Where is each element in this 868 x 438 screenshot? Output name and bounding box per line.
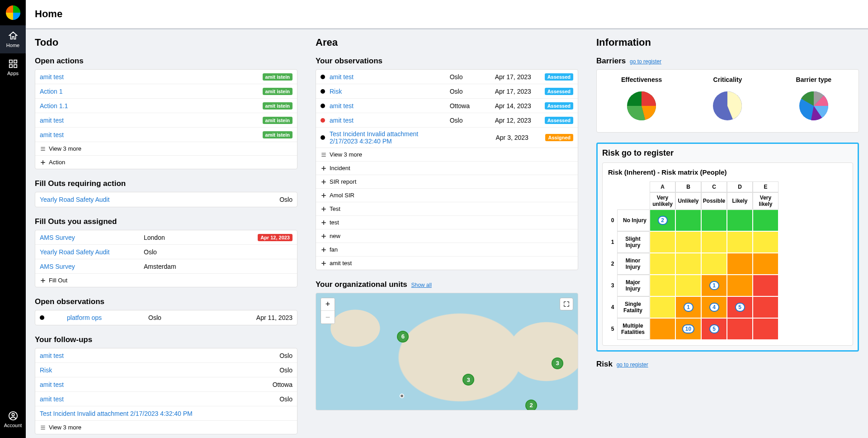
followup-link[interactable]: Risk [40,367,275,374]
matrix-cell[interactable] [727,231,753,253]
fullscreen-button[interactable] [560,298,573,310]
matrix-cell[interactable] [727,318,753,340]
matrix-cell[interactable] [675,253,701,275]
matrix-cell[interactable] [650,296,675,318]
followup-link[interactable]: amit test [40,381,268,388]
go-to-register-link[interactable]: go to register [617,362,648,368]
list-item[interactable]: Test Incident Invalid attachment 2/17/20… [35,406,297,421]
followup-link[interactable]: amit test [40,352,275,359]
zoom-in-button[interactable]: + [321,298,335,311]
add-item-button[interactable]: amit test [316,257,578,270]
matrix-cell[interactable] [753,318,778,340]
matrix-cell[interactable]: 2 [650,209,675,231]
go-to-register-link[interactable]: go to register [630,58,661,65]
matrix-cell[interactable]: 5 [727,296,753,318]
add-item-button[interactable]: test [316,216,578,229]
add-item-button[interactable]: Amol SIR [316,189,578,202]
view-more-button[interactable]: View 3 more [316,148,578,162]
matrix-cell[interactable] [727,253,753,275]
list-item[interactable]: platform opsOsloApr 11, 2023 [35,310,297,325]
matrix-cell[interactable] [650,275,675,296]
matrix-cell[interactable] [650,318,675,340]
add-action-button[interactable]: Action [35,156,297,169]
view-more-button[interactable]: View 3 more [35,421,297,434]
list-item[interactable]: Yearly Road Safety AuditOslo [35,245,297,259]
matrix-cell[interactable] [727,275,753,296]
matrix-cell[interactable] [701,253,727,275]
matrix-cell[interactable]: 1 [701,275,727,296]
fillout-link[interactable]: Yearly Road Safety Audit [40,196,275,203]
zoom-out-button[interactable]: − [321,311,335,324]
matrix-cell[interactable] [650,253,675,275]
list-item[interactable]: AMS SurveyLondonApr 12, 2023 [35,230,297,245]
risk-count-chip[interactable]: 4 [709,303,719,312]
fillout-link[interactable]: AMS Survey [40,234,139,241]
action-link[interactable]: amit test [40,73,258,81]
matrix-cell[interactable]: 10 [675,318,701,340]
add-fillout-button[interactable]: Fill Out [35,274,297,287]
action-link[interactable]: Action 1 [40,88,258,95]
matrix-cell[interactable]: 5 [701,318,727,340]
list-item[interactable]: Action 1.1amit istein [35,99,297,113]
list-item[interactable]: Action 1amit istein [35,84,297,99]
list-item[interactable]: AMS SurveyAmsterdam [35,259,297,274]
risk-count-chip[interactable]: 5 [735,303,745,312]
add-item-button[interactable]: SIR report [316,175,578,189]
matrix-cell[interactable] [753,231,778,253]
show-all-link[interactable]: Show all [411,282,431,288]
matrix-cell[interactable] [753,275,778,296]
fillout-link[interactable]: Yearly Road Safety Audit [40,248,139,256]
fillout-link[interactable]: AMS Survey [40,263,139,270]
list-item[interactable]: amit testOsloApr 17, 2023Assessed [316,70,578,84]
effectiveness-chart[interactable]: Effectiveness [603,76,680,126]
observation-link[interactable]: amit test [330,73,445,81]
list-item[interactable]: RiskOsloApr 17, 2023Assessed [316,84,578,99]
action-link[interactable]: Action 1.1 [40,102,258,110]
list-item[interactable]: Yearly Road Safety AuditOslo [35,192,297,207]
add-item-button[interactable]: fan [316,243,578,257]
risk-count-chip[interactable]: 5 [709,324,719,333]
matrix-cell[interactable] [650,231,675,253]
criticality-chart[interactable]: Criticality [689,76,766,126]
map-cluster-marker[interactable]: 6 [397,331,409,343]
matrix-cell[interactable] [753,209,778,231]
risk-count-chip[interactable]: 1 [709,281,719,290]
risk-count-chip[interactable]: 2 [658,216,668,225]
list-item[interactable]: RiskOslo [35,363,297,377]
risk-count-chip[interactable]: 1 [684,303,693,312]
risk-count-chip[interactable]: 10 [682,324,694,333]
followup-link[interactable]: amit test [40,395,275,403]
add-item-button[interactable]: Incident [316,162,578,175]
list-item[interactable]: Test Incident Invalid attachment 2/17/20… [316,128,578,148]
list-item[interactable]: amit testOsloApr 12, 2023Assessed [316,113,578,128]
list-item[interactable]: amit testOslo [35,348,297,363]
matrix-cell[interactable] [753,253,778,275]
org-units-map[interactable]: + − 6332 [316,293,578,410]
matrix-cell[interactable]: 4 [701,296,727,318]
action-link[interactable]: amit test [40,117,258,124]
sidebar-item-account[interactable]: Account [0,405,26,433]
matrix-cell[interactable] [701,231,727,253]
observation-link[interactable]: amit test [330,117,445,124]
matrix-cell[interactable] [675,231,701,253]
observation-link[interactable]: Risk [330,88,445,95]
sidebar-item-home[interactable]: Home [0,25,26,53]
followup-link[interactable]: Test Incident Invalid attachment 2/17/20… [40,410,292,417]
add-item-button[interactable]: new [316,229,578,243]
sidebar-item-apps[interactable]: Apps [0,53,26,81]
matrix-cell[interactable] [701,209,727,231]
observation-link[interactable]: Test Incident Invalid attachment 2/17/20… [330,130,446,145]
matrix-cell[interactable] [675,275,701,296]
matrix-cell[interactable] [753,296,778,318]
barrier-type-chart[interactable]: Barrier type [775,76,852,126]
matrix-cell[interactable] [727,209,753,231]
list-item[interactable]: amit testamit istein [35,113,297,128]
action-link[interactable]: amit test [40,131,258,138]
matrix-cell[interactable] [675,209,701,231]
list-item[interactable]: amit testOslo [35,392,297,406]
list-item[interactable]: amit testOttowaApr 14, 2023Assessed [316,99,578,113]
observation-link[interactable]: amit test [330,102,445,110]
add-item-button[interactable]: Test [316,202,578,216]
map-cluster-marker[interactable]: 2 [525,400,537,410]
list-item[interactable]: amit testamit istein [35,128,297,142]
